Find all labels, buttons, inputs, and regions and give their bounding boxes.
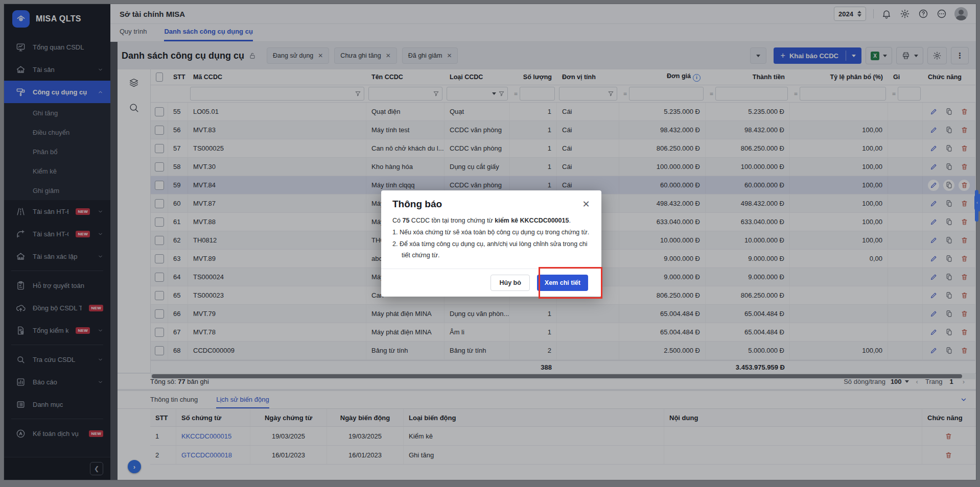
dialog-footer: Hủy bỏ Xem chi tiết: [381, 269, 601, 297]
dialog-item-2: 2. Để xóa từng công cụ dụng cụ, anh/chị …: [392, 238, 591, 261]
view-detail-button[interactable]: Xem chi tiết: [537, 275, 588, 291]
close-icon[interactable]: ✕: [581, 199, 591, 209]
dialog-title: Thông báo: [392, 199, 442, 210]
dialog-item-1: 1. Nếu xóa chứng từ sẽ xóa toàn bộ công …: [392, 227, 591, 238]
notification-dialog: Thông báo ✕ Có 75 CCDC tồn tại trong chứ…: [381, 190, 601, 297]
dialog-intro: Có 75 CCDC tồn tại trong chứng từ kiểm k…: [392, 215, 591, 226]
dialog-body: Có 75 CCDC tồn tại trong chứng từ kiểm k…: [381, 213, 601, 261]
dialog-header: Thông báo ✕: [381, 190, 601, 213]
cancel-button[interactable]: Hủy bỏ: [491, 275, 529, 291]
screen: MISA QLTS Tổng quan CSDL Tài sản Công cụ…: [0, 0, 980, 487]
